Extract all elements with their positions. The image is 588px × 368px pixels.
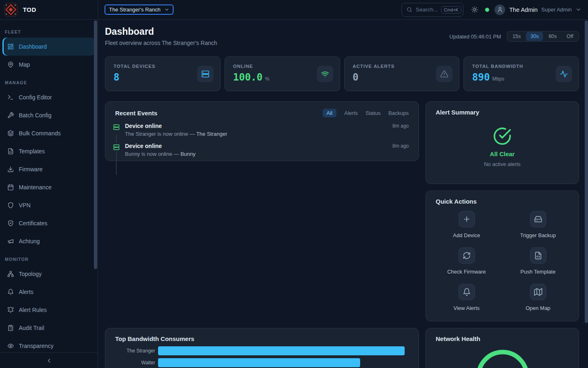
stat-value: 8	[114, 72, 119, 83]
stat-card-total-devices: TOTAL DEVICES 8	[105, 56, 220, 91]
stat-icon-chip	[436, 66, 452, 82]
org-select[interactable]: The Stranger's Ranch	[105, 4, 174, 15]
event-row[interactable]: Device online 8m ago The Stranger is now…	[105, 123, 419, 143]
sidebar-item-label: Certificates	[19, 220, 47, 227]
search-placeholder: Search...	[416, 7, 438, 13]
wrench-icon	[7, 112, 14, 119]
search-input[interactable]: Search... Cmd+K	[401, 3, 463, 17]
refresh-option-60s[interactable]: 60s	[544, 32, 561, 41]
org-select-value: The Stranger's Ranch	[109, 7, 160, 13]
connection-status-dot	[485, 8, 489, 12]
sidebar-item-label: Config Editor	[19, 94, 52, 101]
stat-card-online: ONLINE 100.0 %	[225, 56, 340, 91]
sidebar-item-bulk-commands[interactable]: Bulk Commands	[2, 124, 95, 142]
event-filter-tabs: All Alerts Status Backups	[323, 109, 409, 117]
event-row[interactable]: Device online 8m ago Bunny is now online…	[105, 143, 419, 163]
bar-walter	[158, 358, 360, 367]
sidebar-item-transparency[interactable]: Transparency	[2, 337, 95, 352]
sidebar-item-certificates[interactable]: Certificates	[2, 214, 95, 232]
refresh-option-15s[interactable]: 15s	[508, 32, 525, 41]
activity-icon	[560, 70, 568, 78]
tab-status[interactable]: Status	[365, 110, 381, 116]
app-window: TOD The Stranger's Ranch Search... Cmd+K…	[0, 0, 588, 368]
main-scrollbar[interactable]	[585, 20, 588, 323]
network-icon	[7, 271, 14, 277]
sidebar-item-topology[interactable]: Topology	[2, 265, 95, 283]
open-map-button[interactable]: Open Map	[502, 283, 574, 320]
action-label: Trigger Backup	[520, 232, 556, 238]
tab-all[interactable]: All	[323, 109, 336, 117]
sidebar-item-alert-rules[interactable]: Alert Rules	[2, 301, 95, 319]
user-name: The Admin	[509, 7, 537, 13]
refresh-option-off[interactable]: Off	[562, 32, 578, 41]
server-icon	[201, 70, 209, 78]
bell-icon	[7, 289, 14, 295]
sun-icon	[471, 6, 478, 13]
updated-timestamp: Updated 05:46:01 PM	[450, 34, 501, 40]
sidebar-item-achtung[interactable]: Achtung	[2, 232, 95, 250]
action-label: Check Firmware	[447, 269, 486, 275]
sidebar-item-audit-trail[interactable]: Audit Trail	[2, 319, 95, 337]
sidebar-scrollbar[interactable]	[94, 20, 97, 269]
trigger-backup-button[interactable]: Trigger Backup	[502, 211, 574, 247]
quick-actions-panel: Quick Actions Add Device Trigger Backup …	[425, 191, 579, 321]
sidebar-item-label: Alerts	[19, 289, 33, 295]
alert-summary-panel: Alert Summary All Clear No active alerts	[425, 101, 579, 184]
calendar-icon	[7, 184, 14, 191]
add-device-button[interactable]: Add Device	[431, 211, 502, 247]
event-description: Bunny is now online — Bunny	[125, 151, 409, 157]
push-template-button[interactable]: Push Template	[502, 247, 574, 283]
server-icon	[113, 143, 120, 151]
sidebar-section-monitor: MONITOR	[5, 257, 98, 263]
theme-toggle-button[interactable]	[471, 6, 478, 13]
sidebar-item-map[interactable]: Map	[2, 56, 95, 74]
network-health-panel: Network Health 100	[425, 328, 579, 368]
sidebar-item-config-editor[interactable]: Config Editor	[2, 88, 95, 106]
alert-status-text: All Clear	[490, 150, 515, 157]
panel-title: Alert Summary	[436, 109, 479, 116]
sidebar-item-batch-config[interactable]: Batch Config	[2, 106, 95, 124]
user-role-badge: Super Admin	[541, 7, 572, 13]
stat-icon-chip	[197, 66, 214, 82]
download-icon	[7, 166, 14, 173]
user-icon	[497, 7, 503, 13]
tab-backups[interactable]: Backups	[388, 110, 409, 116]
event-list: Device online 8m ago The Stranger is now…	[105, 123, 419, 163]
user-menu-button[interactable]	[575, 7, 581, 13]
action-label: View Alerts	[453, 305, 479, 311]
avatar[interactable]	[494, 4, 505, 15]
search-shortcut-badge: Cmd+K	[441, 6, 461, 13]
sidebar-item-label: Batch Config	[19, 112, 51, 119]
refresh-option-30s[interactable]: 30s	[526, 32, 543, 41]
sidebar-item-vpn[interactable]: VPN	[2, 196, 95, 214]
bell-icon	[463, 288, 471, 296]
sidebar-item-label: Templates	[19, 148, 45, 155]
sidebar-item-label: Dashboard	[19, 43, 47, 50]
action-label: Open Map	[526, 305, 550, 311]
tab-alerts[interactable]: Alerts	[344, 110, 358, 116]
sidebar-nav: FLEET Dashboard Map MANAGE Config Editor…	[0, 20, 98, 352]
terminal-icon	[7, 94, 14, 101]
stat-suffix: %	[265, 76, 270, 82]
bar-label: The Stranger	[105, 348, 158, 354]
brand-name: TOD	[23, 6, 36, 13]
sidebar-collapse-button[interactable]	[0, 352, 98, 368]
health-gauge	[426, 328, 579, 368]
bar-row: Walter	[105, 358, 419, 367]
sidebar-item-label: Topology	[19, 271, 42, 277]
page-subtitle: Fleet overview across The Stranger's Ran…	[105, 40, 217, 46]
brand: TOD	[0, 0, 98, 19]
sidebar-item-dashboard[interactable]: Dashboard	[2, 38, 95, 56]
sidebar-item-alerts[interactable]: Alerts	[2, 283, 95, 301]
event-device-name: Bunny	[180, 151, 196, 157]
chevron-down-icon	[575, 7, 581, 13]
check-firmware-button[interactable]: Check Firmware	[431, 247, 502, 283]
stat-icon-chip	[556, 66, 572, 82]
view-alerts-button[interactable]: View Alerts	[431, 283, 502, 320]
sidebar-section-fleet: FLEET	[5, 29, 98, 35]
sidebar-item-maintenance[interactable]: Maintenance	[2, 178, 95, 196]
refresh-icon	[463, 251, 471, 260]
sidebar-item-firmware[interactable]: Firmware	[2, 160, 95, 178]
alert-status-detail: No active alerts	[484, 161, 521, 167]
sidebar-item-templates[interactable]: Templates	[2, 142, 95, 160]
